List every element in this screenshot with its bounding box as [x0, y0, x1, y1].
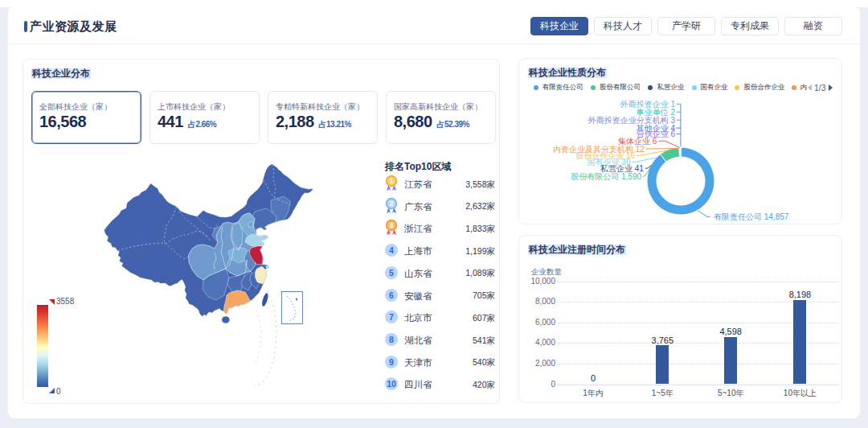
svg-text:3: 3 — [389, 222, 393, 230]
svg-text:股份有限公司 1,590: 股份有限公司 1,590 — [571, 172, 641, 181]
svg-text:1: 1 — [389, 177, 393, 185]
svg-text:2: 2 — [389, 200, 393, 208]
svg-text:有限责任公司 14,857: 有限责任公司 14,857 — [714, 212, 789, 221]
